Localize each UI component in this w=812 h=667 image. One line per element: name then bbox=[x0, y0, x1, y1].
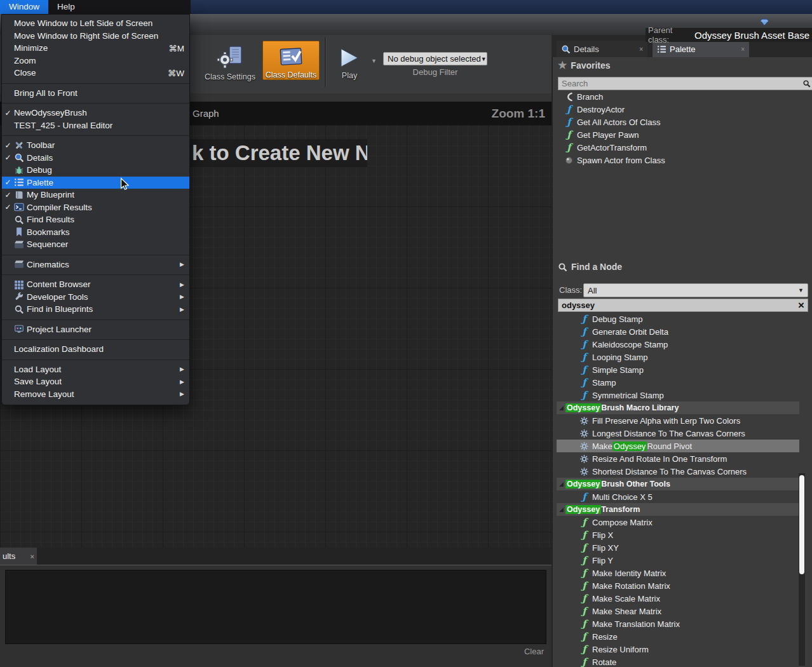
menu-item-label: Zoom bbox=[14, 56, 184, 65]
node-item-flip-xy[interactable]: ƒFlip XY bbox=[557, 541, 799, 554]
node-item-kaleidoscope-stamp[interactable]: ƒKaleidoscope Stamp bbox=[557, 338, 799, 351]
menu-item-bring-all-to-front[interactable]: Bring All to Front bbox=[2, 87, 189, 100]
debug-filter-label: Debug Filter bbox=[383, 67, 487, 77]
node-item-simple-stamp[interactable]: ƒSimple Stamp bbox=[557, 363, 799, 376]
favorite-item-get-all-actors-of-class[interactable]: ƒGet All Actors Of Class bbox=[557, 116, 801, 128]
menu-item-debug[interactable]: Debug bbox=[2, 164, 189, 177]
result-text: Transform bbox=[601, 505, 640, 514]
menu-item-load-layout[interactable]: Load Layout▶ bbox=[2, 363, 189, 376]
menu-item-cinematics[interactable]: Cinematics▶ bbox=[2, 259, 189, 271]
node-item-rotate[interactable]: ƒRotate bbox=[557, 656, 799, 667]
menu-item-newodysseybrush[interactable]: ✓NewOdysseyBrush bbox=[2, 107, 189, 119]
node-item-make-scale-matrix[interactable]: ƒMake Scale Matrix bbox=[557, 592, 799, 605]
node-item-resize[interactable]: ƒResize bbox=[557, 630, 799, 643]
result-text: Make Scale Matrix bbox=[592, 594, 660, 603]
favorite-item-branch[interactable]: Branch bbox=[557, 90, 801, 103]
menu-item-details[interactable]: ✓Details bbox=[2, 152, 189, 165]
menu-item-toolbar[interactable]: ✓Toolbar bbox=[2, 139, 189, 152]
menu-item-compiler-results[interactable]: ✓Compiler Results bbox=[2, 201, 189, 214]
node-item-make-translation-matrix[interactable]: ƒMake Translation Matrix bbox=[557, 617, 799, 630]
menu-item-developer-tools[interactable]: Developer Tools▶ bbox=[2, 291, 189, 304]
menu-item-close[interactable]: Close⌘W bbox=[2, 67, 189, 79]
menu-item-find-in-blueprints[interactable]: Find in Blueprints▶ bbox=[2, 303, 189, 316]
menu-item-zoom[interactable]: Zoom bbox=[2, 55, 189, 67]
favorite-item-label: Branch bbox=[577, 92, 603, 102]
play-options-chevron-icon[interactable]: ▼ bbox=[371, 58, 377, 64]
tab-details[interactable]: Details × bbox=[557, 41, 647, 57]
node-item-flip-x[interactable]: ƒFlip X bbox=[557, 529, 799, 541]
menu-item-localization-dashboard[interactable]: Localization Dashboard bbox=[2, 343, 189, 356]
favorite-item-getactortransform[interactable]: ƒGetActorTransform bbox=[557, 141, 801, 154]
search-icon bbox=[802, 79, 811, 88]
result-text: Multi Choice X 5 bbox=[592, 492, 653, 502]
menu-item-minimize[interactable]: Minimize⌘M bbox=[2, 42, 189, 55]
close-icon[interactable]: × bbox=[30, 553, 34, 560]
node-item-debug-stamp[interactable]: ƒDebug Stamp bbox=[557, 313, 799, 325]
create-nodes-banner: k to Create New Nodes. bbox=[188, 139, 367, 167]
compiler-results-tab[interactable]: ults × bbox=[0, 548, 37, 565]
category-odyssey-brush-macro-library[interactable]: Odyssey Brush Macro Library bbox=[557, 401, 799, 414]
favorite-item-destroyactor[interactable]: ƒDestroyActor bbox=[557, 103, 801, 116]
menu-item-project-launcher[interactable]: Project Launcher bbox=[2, 323, 189, 336]
parent-class-row: Parent class: Odyssey Brush Asset Base bbox=[646, 28, 812, 42]
node-item-make-identity-matrix[interactable]: ƒMake Identity Matrix bbox=[557, 567, 799, 579]
menu-item-content-browser[interactable]: Content Browser▶ bbox=[2, 278, 189, 291]
node-item-stamp[interactable]: ƒStamp bbox=[557, 376, 799, 389]
compiler-results-log[interactable] bbox=[5, 570, 546, 644]
close-icon[interactable]: × bbox=[741, 46, 745, 53]
menu-item-bookmarks[interactable]: Bookmarks bbox=[2, 226, 189, 239]
node-item-symmetrical-stamp[interactable]: ƒSymmetrical Stamp bbox=[557, 389, 799, 401]
menu-item-remove-layout[interactable]: Remove Layout▶ bbox=[2, 388, 189, 401]
submenu-arrow-icon: ▶ bbox=[180, 293, 184, 300]
scrollbar-thumb[interactable] bbox=[799, 475, 804, 574]
menu-item-find-results[interactable]: Find Results bbox=[2, 213, 189, 226]
node-item-make-odyssey-round-pivot[interactable]: Make Odyssey Round Pivot bbox=[557, 440, 799, 452]
favorites-search-input[interactable]: Search bbox=[558, 77, 812, 90]
debug-object-dropdown[interactable]: No debug object selected ▼ bbox=[383, 52, 487, 65]
category-odyssey-transform[interactable]: Odyssey Transform bbox=[557, 503, 799, 516]
fn-blue-icon: ƒ bbox=[579, 391, 589, 400]
node-item-generate-orbit-delta[interactable]: ƒGenerate Orbit Delta bbox=[557, 325, 799, 338]
menu-item-label: Save Layout bbox=[14, 377, 180, 386]
debug-object-value: No debug object selected bbox=[388, 54, 481, 64]
parent-class-value: Odyssey Brush Asset Base bbox=[694, 30, 809, 41]
clear-button[interactable]: Clear bbox=[524, 647, 544, 656]
node-item-looping-stamp[interactable]: ƒLooping Stamp bbox=[557, 351, 799, 363]
node-item-make-shear-matrix[interactable]: ƒMake Shear Matrix bbox=[557, 605, 799, 617]
menu-item-test-425-unreal-editor[interactable]: TEST_425 - Unreal Editor bbox=[2, 119, 189, 132]
category-odyssey-brush-other-tools[interactable]: Odyssey Brush Other Tools bbox=[557, 478, 799, 490]
class-filter-dropdown[interactable]: All ▼ bbox=[583, 283, 808, 297]
menu-item-my-blueprint[interactable]: ✓My Blueprint bbox=[2, 189, 189, 201]
favorite-item-spawn-actor-from-class[interactable]: Spawn Actor from Class bbox=[557, 154, 801, 166]
node-item-resize-uniform[interactable]: ƒResize Uniform bbox=[557, 643, 799, 656]
play-button[interactable]: Play bbox=[332, 41, 367, 80]
menu-help[interactable]: Help bbox=[48, 0, 84, 14]
menu-item-move-window-to-left-side-of-screen[interactable]: Move Window to Left Side of Screen bbox=[2, 17, 189, 30]
class-defaults-button[interactable]: Class Defaults bbox=[262, 41, 320, 80]
menu-item-label: Details bbox=[27, 153, 184, 163]
node-results-list: ƒDebug StampƒGenerate Orbit DeltaƒKaleid… bbox=[557, 313, 799, 667]
class-settings-button[interactable]: Class Settings bbox=[203, 39, 257, 81]
menu-item-label: Sequencer bbox=[27, 239, 184, 249]
favorite-item-get-player-pawn[interactable]: ƒGet Player Pawn bbox=[557, 128, 801, 141]
node-item-compose-matrix[interactable]: ƒCompose Matrix bbox=[557, 516, 799, 529]
node-item-fill-preserve-alpha-with-lerp-two-colors[interactable]: Fill Preserve Alpha with Lerp Two Colors bbox=[557, 414, 799, 427]
menu-item-palette[interactable]: ✓Palette bbox=[2, 177, 189, 189]
menu-window[interactable]: Window bbox=[0, 0, 48, 14]
node-item-longest-distance-to-the-canvas-corners[interactable]: Longest Distance To The Canvas Corners bbox=[557, 427, 799, 440]
node-item-multi-choice-x-5[interactable]: ƒMulti Choice X 5 bbox=[557, 490, 799, 503]
clear-search-icon[interactable]: × bbox=[798, 300, 804, 311]
node-search-input[interactable]: odyssey × bbox=[558, 299, 808, 312]
menu-item-move-window-to-right-side-of-screen[interactable]: Move Window to Right Side of Screen bbox=[2, 30, 189, 43]
tools-icon bbox=[14, 140, 24, 151]
result-text: Resize And Rotate In One Transform bbox=[592, 454, 727, 464]
node-item-resize-and-rotate-in-one-transform[interactable]: Resize And Rotate In One Transform bbox=[557, 452, 799, 465]
node-item-shortest-distance-to-the-canvas-corners[interactable]: Shortest Distance To The Canvas Corners bbox=[557, 465, 799, 478]
menu-item-save-layout[interactable]: Save Layout▶ bbox=[2, 375, 189, 388]
close-icon[interactable]: × bbox=[639, 46, 643, 53]
fn-green-icon: ƒ bbox=[579, 530, 589, 540]
magnifier-icon bbox=[14, 304, 24, 314]
node-item-make-rotation-matrix[interactable]: ƒMake Rotation Matrix bbox=[557, 579, 799, 592]
node-item-flip-y[interactable]: ƒFlip Y bbox=[557, 554, 799, 567]
menu-item-sequencer[interactable]: Sequencer bbox=[2, 238, 189, 251]
